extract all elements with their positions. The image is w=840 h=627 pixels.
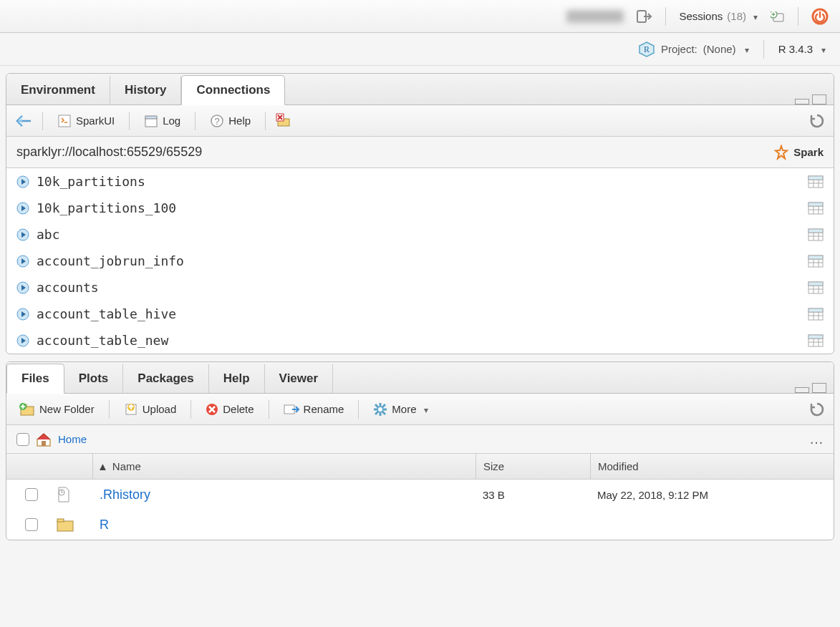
- minimize-pane-icon[interactable]: [795, 99, 809, 104]
- separator: [129, 112, 130, 130]
- svg-rect-47: [808, 282, 823, 286]
- refresh-icon[interactable]: [809, 113, 825, 129]
- expand-icon[interactable]: [16, 255, 29, 268]
- expand-icon[interactable]: [16, 228, 29, 241]
- tab-files[interactable]: Files: [6, 364, 64, 394]
- r-version-selector[interactable]: R 3.4.3: [778, 43, 826, 55]
- table-name: account_table_new: [37, 333, 168, 348]
- log-icon: [144, 113, 158, 127]
- chevron-down-icon: [750, 10, 758, 22]
- delete-button[interactable]: Delete: [201, 399, 258, 419]
- preview-table-icon[interactable]: [808, 308, 824, 321]
- table-name: accounts: [37, 280, 99, 295]
- file-name[interactable]: R: [100, 517, 109, 532]
- separator: [109, 400, 110, 419]
- select-all-checkbox[interactable]: [16, 433, 29, 446]
- connection-path: sparklyr://localhost:65529/65529: [16, 145, 202, 160]
- chevron-down-icon: [819, 43, 826, 55]
- log-button[interactable]: Log: [140, 110, 185, 130]
- more-button[interactable]: More: [369, 399, 432, 419]
- row-checkbox[interactable]: [25, 488, 38, 501]
- chevron-down-icon: [742, 43, 749, 55]
- column-name[interactable]: ▲ Name: [92, 454, 475, 479]
- table-row[interactable]: account_table_hive: [6, 301, 834, 327]
- table-row[interactable]: abc: [6, 221, 834, 248]
- preview-table-icon[interactable]: [808, 334, 824, 347]
- top-bar: Sessions (18): [0, 0, 840, 33]
- project-selector[interactable]: R Project: (None): [638, 41, 749, 58]
- new-session-icon[interactable]: [771, 9, 785, 22]
- preview-table-icon[interactable]: [808, 281, 824, 294]
- expand-icon[interactable]: [16, 308, 29, 321]
- preview-table-icon[interactable]: [808, 175, 824, 188]
- sessions-dropdown[interactable]: Sessions (18): [679, 10, 758, 22]
- project-bar: R Project: (None) R 3.4.3: [0, 33, 840, 66]
- table-row[interactable]: account_table_new: [6, 327, 834, 354]
- help-icon: ?: [210, 113, 224, 127]
- more-path-icon[interactable]: …: [809, 431, 824, 447]
- tab-packages[interactable]: Packages: [123, 364, 208, 393]
- separator: [763, 40, 764, 59]
- expand-icon[interactable]: [16, 202, 29, 215]
- table-name: abc: [37, 227, 60, 242]
- column-size[interactable]: Size: [475, 454, 590, 479]
- gear-icon: [373, 402, 387, 416]
- new-folder-button[interactable]: New Folder: [15, 399, 99, 419]
- table-row[interactable]: accounts: [6, 274, 834, 301]
- table-name: account_table_hive: [37, 306, 176, 321]
- preview-table-icon[interactable]: [808, 228, 824, 241]
- separator: [42, 112, 43, 130]
- separator: [190, 400, 191, 419]
- upload-label: Upload: [143, 403, 177, 415]
- r-version-label: R 3.4.3: [778, 43, 813, 55]
- refresh-icon[interactable]: [809, 402, 825, 417]
- folder-icon: [49, 517, 92, 532]
- expand-icon[interactable]: [16, 281, 29, 294]
- power-icon[interactable]: [811, 8, 829, 25]
- maximize-pane-icon[interactable]: [812, 383, 826, 393]
- rename-button[interactable]: Rename: [279, 399, 349, 419]
- file-name[interactable]: .Rhistory: [100, 487, 150, 502]
- delete-label: Delete: [223, 403, 254, 415]
- rename-icon: [284, 402, 299, 416]
- upload-button[interactable]: Upload: [120, 399, 181, 419]
- new-folder-label: New Folder: [39, 403, 95, 415]
- table-row[interactable]: account_jobrun_info: [6, 248, 834, 274]
- maximize-pane-icon[interactable]: [812, 94, 826, 104]
- tab-connections[interactable]: Connections: [181, 75, 285, 105]
- svg-rect-7: [145, 118, 157, 127]
- table-list: 10k_partitions10k_partitions_100abcaccou…: [6, 168, 834, 354]
- back-icon[interactable]: [15, 113, 32, 127]
- expand-icon[interactable]: [16, 175, 29, 188]
- separator: [358, 400, 359, 419]
- svg-rect-40: [808, 256, 823, 259]
- spark-ui-button[interactable]: SparkUI: [53, 110, 119, 130]
- table-name: 10k_partitions_100: [37, 200, 176, 215]
- files-toolbar: New Folder Upload Delete Rename: [6, 394, 834, 425]
- minimize-pane-icon[interactable]: [795, 387, 809, 393]
- svg-rect-8: [145, 116, 157, 119]
- svg-rect-19: [808, 176, 823, 180]
- tab-help[interactable]: Help: [209, 364, 265, 393]
- tab-history[interactable]: History: [110, 76, 182, 104]
- home-icon[interactable]: [35, 432, 52, 447]
- table-row[interactable]: 10k_partitions: [6, 168, 834, 195]
- table-row[interactable]: 10k_partitions_100: [6, 195, 834, 221]
- tab-environment[interactable]: Environment: [6, 76, 110, 104]
- column-modified[interactable]: Modified: [590, 454, 834, 479]
- tab-viewer[interactable]: Viewer: [265, 364, 334, 393]
- signout-icon[interactable]: [637, 9, 652, 23]
- preview-table-icon[interactable]: [808, 255, 824, 268]
- help-button[interactable]: ? Help: [206, 110, 255, 130]
- breadcrumb-home[interactable]: Home: [58, 433, 87, 445]
- svg-rect-33: [808, 229, 823, 233]
- disconnect-icon[interactable]: [276, 113, 291, 129]
- tab-plots[interactable]: Plots: [64, 364, 124, 393]
- preview-table-icon[interactable]: [808, 202, 824, 215]
- row-checkbox[interactable]: [25, 518, 38, 531]
- expand-icon[interactable]: [16, 334, 29, 347]
- connection-type-label: Spark: [793, 146, 824, 158]
- breadcrumb: Home …: [6, 425, 834, 454]
- project-value: (None): [703, 43, 736, 55]
- log-label: Log: [163, 115, 180, 127]
